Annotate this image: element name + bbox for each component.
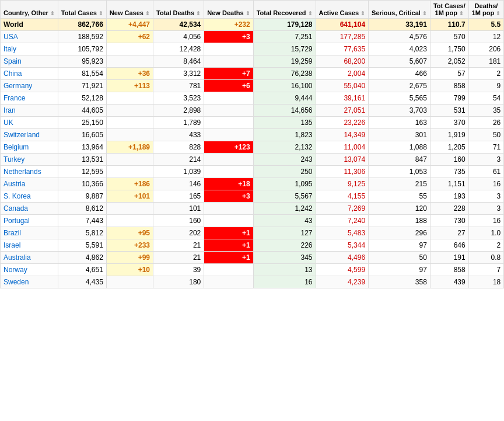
column-header-1[interactable]: Total Cases ⇕	[58, 1, 106, 19]
total-deaths-cell: 433	[153, 129, 204, 141]
tot-cases-pop-cell: 858	[430, 264, 468, 276]
country-link[interactable]: Switzerland	[4, 131, 40, 139]
new-cases-cell: +233	[106, 239, 153, 252]
column-header-6[interactable]: Active Cases ⇕	[316, 1, 369, 19]
total-recovered-cell: 179,128	[253, 19, 316, 31]
active-cases-cell: 2,004	[316, 68, 369, 80]
country-link[interactable]: Brazil	[4, 229, 21, 237]
total-recovered-cell: 2,132	[253, 141, 316, 154]
total-cases-cell: 862,766	[58, 19, 106, 31]
total-deaths-cell: 42,534	[153, 19, 204, 31]
country-cell[interactable]: Italy	[1, 43, 58, 55]
new-cases-cell	[106, 129, 153, 141]
column-header-4[interactable]: New Deaths ⇕	[204, 1, 253, 19]
country-link[interactable]: Sweden	[4, 278, 29, 286]
country-link[interactable]: Belgium	[4, 143, 29, 151]
tot-cases-pop-cell: 1,205	[430, 141, 468, 154]
country-link[interactable]: Germany	[4, 82, 32, 90]
total-deaths-cell: 214	[153, 154, 204, 166]
tot-cases-pop-cell: 160	[430, 154, 468, 166]
sort-icon: ⇕	[246, 11, 250, 16]
country-cell[interactable]: Belgium	[1, 141, 58, 154]
column-header-7[interactable]: Serious, Critical ⇕	[369, 1, 430, 19]
column-header-3[interactable]: Total Deaths ⇕	[153, 1, 204, 19]
new-deaths-cell	[204, 55, 253, 68]
country-link[interactable]: China	[4, 69, 22, 78]
country-cell[interactable]: UK	[1, 117, 58, 129]
country-link[interactable]: Portugal	[4, 217, 30, 225]
serious-cell: 163	[369, 117, 430, 129]
total-recovered-cell: 19,259	[253, 55, 316, 68]
tot-cases-pop-cell: 799	[430, 92, 468, 105]
country-cell[interactable]: Turkey	[1, 154, 58, 166]
country-cell[interactable]: Canada	[1, 203, 58, 215]
country-cell[interactable]: Netherlands	[1, 166, 58, 178]
column-header-9[interactable]: Deaths/ 1M pop ⇕	[468, 1, 504, 19]
new-cases-cell	[106, 154, 153, 166]
country-cell[interactable]: USA	[1, 31, 58, 43]
total-recovered-cell: 135	[253, 117, 316, 129]
country-link[interactable]: Turkey	[4, 155, 24, 163]
country-cell[interactable]: Germany	[1, 80, 58, 92]
active-cases-cell: 14,349	[316, 129, 369, 141]
country-link[interactable]: Norway	[4, 266, 27, 274]
column-header-5[interactable]: Total Recovered ⇕	[253, 1, 316, 19]
total-deaths-cell: 146	[153, 178, 204, 190]
country-link[interactable]: USA	[4, 33, 18, 41]
serious-cell: 5,607	[369, 55, 430, 68]
tot-cases-pop-cell: 191	[430, 252, 468, 264]
new-cases-cell	[106, 92, 153, 105]
active-cases-cell: 13,074	[316, 154, 369, 166]
country-cell[interactable]: Sweden	[1, 276, 58, 288]
country-cell[interactable]: Switzerland	[1, 129, 58, 141]
new-cases-cell	[106, 117, 153, 129]
deaths-pop-cell: 61	[468, 166, 504, 178]
table-row: Turkey13,53121424313,0748471603Mar 09	[1, 154, 505, 166]
country-link[interactable]: Australia	[4, 253, 31, 262]
country-link[interactable]: Austria	[4, 180, 25, 188]
country-link[interactable]: UK	[4, 119, 13, 127]
column-header-2[interactable]: New Cases ⇕	[106, 1, 153, 19]
deaths-pop-cell: 2	[468, 68, 504, 80]
table-row: Belgium13,964+1,189828+1232,13211,0041,0…	[1, 141, 505, 154]
country-cell[interactable]: Iran	[1, 105, 58, 117]
country-link[interactable]: France	[4, 94, 25, 102]
total-recovered-cell: 5,567	[253, 190, 316, 203]
country-cell[interactable]: Brazil	[1, 227, 58, 239]
country-cell[interactable]: France	[1, 92, 58, 105]
tot-cases-pop-cell: 439	[430, 276, 468, 288]
country-cell[interactable]: Austria	[1, 178, 58, 190]
country-link[interactable]: Iran	[4, 106, 16, 114]
country-cell[interactable]: Israel	[1, 239, 58, 252]
country-link[interactable]: Spain	[4, 57, 22, 65]
country-link[interactable]: Israel	[4, 241, 20, 249]
country-cell[interactable]: Spain	[1, 55, 58, 68]
tot-cases-pop-cell: 570	[430, 31, 468, 43]
sort-icon: ⇕	[145, 11, 150, 16]
country-cell[interactable]: Portugal	[1, 215, 58, 227]
active-cases-cell: 23,226	[316, 117, 369, 129]
serious-cell: 1,053	[369, 166, 430, 178]
column-header-0[interactable]: Country, Other ⇕	[1, 1, 58, 19]
total-cases-cell: 52,128	[58, 92, 106, 105]
total-recovered-cell: 243	[253, 154, 316, 166]
country-link[interactable]: Canada	[4, 204, 28, 213]
country-cell[interactable]: Australia	[1, 252, 58, 264]
country-cell[interactable]: Norway	[1, 264, 58, 276]
country-link[interactable]: S. Korea	[4, 192, 31, 200]
country-cell[interactable]: China	[1, 68, 58, 80]
total-deaths-cell: 101	[153, 203, 204, 215]
new-cases-cell: +101	[106, 190, 153, 203]
active-cases-cell: 4,239	[316, 276, 369, 288]
table-row: Switzerland16,6054331,82314,3493011,9195…	[1, 129, 505, 141]
country-link[interactable]: Italy	[4, 45, 16, 53]
total-cases-cell: 5,591	[58, 239, 106, 252]
total-deaths-cell: 39	[153, 264, 204, 276]
country-cell[interactable]: S. Korea	[1, 190, 58, 203]
total-deaths-cell: 21	[153, 239, 204, 252]
serious-cell: 358	[369, 276, 430, 288]
tot-cases-pop-cell: 1,151	[430, 178, 468, 190]
table-row: Israel5,591+23321+12265,344976462Feb 20	[1, 239, 505, 252]
column-header-8[interactable]: Tot Cases/ 1M pop ⇕	[430, 1, 468, 19]
country-link[interactable]: Netherlands	[4, 168, 41, 176]
